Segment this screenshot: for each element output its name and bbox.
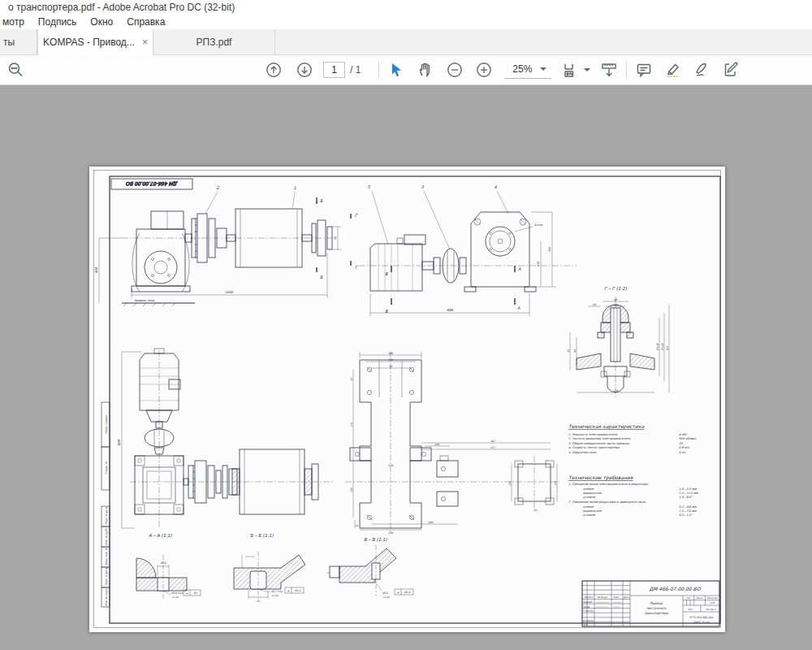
zoom-out-icon[interactable] [444,59,465,80]
pdf-page: ДМ 466-07.00.00 ВО Перв. примен. Справ. … [89,167,725,632]
margin-label: Подп. и дата [105,506,108,525]
view-aa-bb: 800 А – А (1:1) Б – Б (1:1) [117,349,334,538]
dim-label: 160 [666,345,669,351]
fill-sign-tool-icon[interactable] [721,59,742,80]
search-icon[interactable] [5,59,26,80]
tb-header: Подп. [613,596,620,599]
tb-row-label: Разраб. [583,600,593,604]
tab-tools-partial[interactable]: ты [0,29,37,54]
margin-label: Подп. и дата [105,567,108,586]
ruler-tool-icon[interactable] [598,59,620,80]
callout-1: 1 [293,185,296,190]
menu-item-help[interactable]: Справка [127,16,165,28]
dim-label: 400 [94,267,98,274]
margin-label: Инв. № подл. [105,588,108,606]
fit-page-icon[interactable] [561,59,582,80]
tech-char-item: 1. Мощность электродвигателя [568,433,618,436]
dim-label: 4 отв. [534,223,543,227]
dim-label: 230 [388,531,394,535]
view-vv: 280 230 94 50 170 250 138 248 447 437 25… [345,352,560,542]
comment-tool-icon[interactable] [633,59,654,80]
title-block-name-1: Привод [650,601,663,605]
tech-req-row: осевое [583,505,594,509]
zoom-level-control[interactable]: 25% [504,61,551,79]
callout-5: 5 [367,184,370,189]
document-viewport[interactable]: ДМ 466-07.00.00 ВО Перв. примен. Справ. … [0,85,812,650]
section-letter-v: В [385,309,388,314]
callout-4: 4 [494,184,497,189]
sign-tool-icon[interactable] [692,59,713,80]
hand-tool-icon[interactable] [415,59,436,80]
tb-lit-header: Лит. [686,597,691,600]
floor-note: Уровень пола [134,299,155,302]
dim-label: 888 [447,308,453,312]
tab-kompas-label: KOMPAS - Привод... [43,37,135,48]
tech-char-title: Техническая характеристика [568,423,645,430]
section-letter-g: Г [355,265,358,270]
menu-item-sign[interactable]: Подпись [38,16,77,28]
dim-label: 48 [614,298,618,301]
tab-kompas-active[interactable]: KOMPAS - Привод... × [37,29,153,55]
dim-label: 238 [537,261,540,266]
tech-char-value: 0,8 м/с [679,446,690,449]
dim-label: Ø18 H14 [171,592,184,595]
dim-label: Ø1,2 [295,589,302,592]
tb-row-label: Утв. [583,623,588,626]
tech-req-row: радиальное [583,509,602,513]
section-letter-v: В [385,271,388,276]
tech-char-item: 3. Общее передаточное число привода [568,442,629,445]
menu-item-view[interactable]: мотр [2,16,24,28]
section-letter-b: Б [320,275,323,280]
tb-sheets-label: Листов 1 [706,609,716,611]
margin-label: Взам. инв. № [105,548,108,566]
tab-close-icon[interactable]: × [142,37,148,48]
tech-req-heading: 1. Смещение валов электродвигателя и ред… [568,483,648,486]
drawing-canvas: ДМ 466-07.00.00 ВО Перв. примен. Справ. … [89,167,725,632]
tech-req-row: осевое [583,488,594,491]
highlight-tool-icon[interactable] [663,59,684,80]
tb-org-line-2: ДМТС 35-60 [693,621,710,624]
page-number-input[interactable]: 1 [323,62,345,78]
detail-1: Ø24 Ø18 H14 +0,43 ⌖ Ø1 [136,555,201,600]
select-tool-icon[interactable] [386,59,407,80]
tb-mass-header: Масса [696,597,703,600]
tab-bar-empty [275,29,812,54]
tech-req-row: радиальное [583,492,602,495]
dim-label: 280 [388,352,394,355]
dim-label: 250 [508,480,512,486]
dim-label: Ø128 [661,343,664,351]
tb-header: № докум. [598,596,608,599]
dim-label: 138 [388,464,394,467]
tb-row-label: Пров. [583,605,590,609]
dim-label: Ø1 [193,592,197,595]
margin-label: Перв. примен. [105,414,108,434]
position-tolerance-icon: ⌖ [186,592,188,596]
position-tolerance-icon: ⌖ [287,589,290,593]
section-letter-a: А [518,266,521,271]
dim-label: Ø2,2 [404,591,412,594]
detail-2: 32 Ø17 H14 +0,43 ⌖ Ø1,2 [234,552,305,603]
section-letter-g: Г [355,213,358,218]
tech-req-value: 0,2...0,6 мм [679,505,697,509]
tb-row-label: Т.контр. [583,609,594,613]
fit-caret-icon[interactable] [584,68,590,72]
dim-label: 32 [257,600,261,603]
tech-req-value: 1,5...2,0 мм [679,509,697,513]
caption-vv: В – В (1:1) [364,537,388,542]
tech-char-value: 4 кН [679,451,686,454]
dim-label: 800 [117,440,121,446]
zoom-in-icon[interactable] [473,59,495,80]
dim-label: 60 [593,303,597,306]
next-page-icon[interactable] [294,59,315,80]
callout-2: 2 [216,185,219,190]
title-block-name-3: транспортера [644,611,668,615]
tab-rpz[interactable]: РПЗ.pdf [153,29,275,54]
dim-label: 447 [490,440,496,443]
section-letter-b: Б [320,198,323,203]
dim-label: 230 [388,358,394,362]
dim-label: 170 [350,422,353,427]
previous-page-icon[interactable] [263,59,284,80]
window-title: о транспортера.pdf - Adobe Acrobat Pro D… [8,2,235,13]
dim-label: 14 [355,524,359,527]
menu-item-window[interactable]: Окно [90,16,113,28]
